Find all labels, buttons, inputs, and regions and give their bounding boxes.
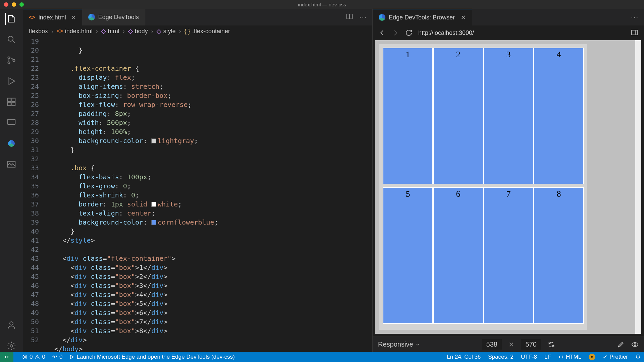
flex-box: 5 — [383, 187, 433, 324]
tab-edge-devtools[interactable]: Edge DevTools — [82, 9, 145, 25]
viewport-width[interactable] — [482, 339, 502, 350]
activity-bar — [0, 9, 23, 352]
tab-devtools-browser[interactable]: Edge DevTools: Browser ✕ — [373, 9, 472, 25]
breadcrumb-seg[interactable]: ◇html — [101, 27, 119, 35]
svg-rect-6 — [8, 102, 11, 106]
remote-explorer-icon[interactable] — [5, 117, 17, 129]
svg-rect-7 — [12, 102, 15, 106]
edit-icon[interactable] — [617, 341, 625, 348]
breadcrumb-seg[interactable]: ◇body — [128, 27, 148, 35]
settings-gear-icon[interactable] — [5, 340, 17, 352]
svg-point-0 — [8, 36, 13, 41]
breadcrumb-seg[interactable]: <>index.html — [57, 28, 93, 35]
reload-icon[interactable] — [405, 29, 413, 37]
close-window[interactable] — [4, 2, 8, 7]
ports-status[interactable]: 0 — [52, 354, 62, 360]
copilot-status[interactable]: ✦ — [589, 354, 595, 360]
device-dropdown[interactable]: Responsive — [378, 341, 420, 348]
svg-point-2 — [8, 62, 10, 64]
tab-index-html[interactable]: <> index.html ✕ — [23, 9, 82, 25]
explorer-icon[interactable] — [5, 13, 17, 25]
svg-rect-5 — [12, 98, 15, 102]
flex-box: 6 — [433, 187, 483, 324]
svg-point-10 — [10, 322, 13, 325]
breadcrumb-seg[interactable]: { }.flex-container — [184, 28, 230, 35]
svg-rect-4 — [8, 98, 11, 102]
warning-badge-icon: ✦ — [589, 354, 595, 360]
responsive-toolbar: Responsive ✕ — [373, 337, 644, 352]
gallery-icon[interactable] — [5, 158, 17, 170]
launch-edge-status[interactable]: Launch Microsoft Edge and open the Edge … — [69, 354, 235, 360]
svg-point-1 — [8, 57, 10, 59]
flex-box: 7 — [483, 187, 534, 324]
breadcrumb[interactable]: flexbox › <>index.html › ◇html › ◇body ›… — [23, 25, 372, 37]
more-actions-icon[interactable]: ··· — [359, 13, 367, 21]
close-icon[interactable]: ✕ — [71, 14, 76, 21]
edge-icon — [88, 14, 95, 20]
dimension-separator: ✕ — [508, 341, 514, 349]
language-mode[interactable]: HTML — [558, 354, 581, 360]
svg-rect-13 — [632, 30, 638, 35]
editor-tabs: <> index.html ✕ Edge DevTools ··· — [23, 9, 372, 25]
cursor-position[interactable]: Ln 24, Col 36 — [447, 354, 481, 360]
editor-panel: <> index.html ✕ Edge DevTools ··· flexbo… — [23, 9, 372, 352]
line-gutter: 19 20 21 22 23 24 25 26 27 28 29 30 31 3… — [23, 37, 46, 352]
remote-indicator[interactable] — [0, 352, 13, 362]
more-actions-icon[interactable]: ··· — [631, 13, 639, 21]
browser-viewport[interactable]: 1 2 3 4 5 6 7 8 — [375, 40, 641, 334]
minimize-window[interactable] — [12, 2, 16, 7]
code-editor[interactable]: 19 20 21 22 23 24 25 26 27 28 29 30 31 3… — [23, 37, 372, 352]
mac-titlebar: index.html — dev-css — [0, 0, 644, 9]
code-lines[interactable]: } .flex-container { display: flex; align… — [46, 37, 372, 352]
tab-actions: ··· — [346, 9, 372, 25]
extensions-icon[interactable] — [5, 96, 17, 108]
flex-box: 3 — [483, 48, 534, 184]
rotate-icon[interactable] — [548, 341, 555, 348]
svg-rect-8 — [8, 119, 15, 124]
encoding-status[interactable]: UTF-8 — [521, 354, 537, 360]
viewport-height[interactable] — [521, 339, 541, 350]
maximize-window[interactable] — [19, 2, 24, 7]
devtools-panel: Edge DevTools: Browser ✕ ··· http://loca… — [372, 9, 644, 352]
notifications-icon[interactable] — [635, 354, 641, 360]
svg-point-14 — [634, 344, 636, 346]
preview-scrollbar[interactable] — [635, 40, 641, 334]
nav-back-icon[interactable] — [378, 29, 386, 37]
accounts-icon[interactable] — [5, 319, 17, 331]
run-debug-icon[interactable] — [5, 75, 17, 87]
tab-label: Edge DevTools — [98, 14, 139, 21]
window-title: index.html — dev-css — [298, 2, 346, 7]
flex-box: 8 — [534, 187, 584, 324]
open-devtools-icon[interactable] — [631, 29, 639, 37]
breadcrumb-seg[interactable]: flexbox — [29, 28, 48, 35]
close-icon[interactable]: ✕ — [461, 14, 466, 21]
tab-label: index.html — [39, 14, 66, 21]
tab-actions: ··· — [631, 9, 644, 25]
html-file-icon: <> — [29, 14, 35, 20]
split-editor-icon[interactable] — [346, 13, 353, 22]
flex-box: 2 — [433, 48, 483, 184]
flex-container-preview: 1 2 3 4 5 6 7 8 — [379, 44, 587, 330]
eol-status[interactable]: LF — [544, 354, 551, 360]
eye-icon[interactable] — [631, 341, 639, 348]
problems-status[interactable]: 0 0 — [22, 354, 45, 360]
svg-point-11 — [10, 345, 13, 347]
search-icon[interactable] — [5, 34, 17, 46]
browser-toolbar: http://localhost:3000/ — [373, 25, 644, 40]
source-control-icon[interactable] — [5, 54, 17, 66]
window-controls — [4, 2, 24, 7]
flex-box: 4 — [534, 48, 584, 184]
edge-icon — [379, 14, 385, 21]
flex-box: 1 — [383, 48, 433, 184]
nav-forward-icon[interactable] — [391, 29, 399, 37]
prettier-status[interactable]: ✓Prettier — [603, 354, 628, 361]
status-bar: 0 0 0 Launch Microsoft Edge and open the… — [0, 352, 644, 362]
edge-tools-icon[interactable] — [5, 137, 17, 149]
address-bar[interactable]: http://localhost:3000/ — [418, 29, 625, 37]
tab-label: Edge DevTools: Browser — [389, 14, 455, 21]
indentation-status[interactable]: Spaces: 2 — [488, 354, 514, 360]
svg-point-16 — [54, 357, 55, 358]
devtools-tabs: Edge DevTools: Browser ✕ ··· — [373, 9, 644, 25]
breadcrumb-seg[interactable]: ◇style — [157, 27, 176, 35]
